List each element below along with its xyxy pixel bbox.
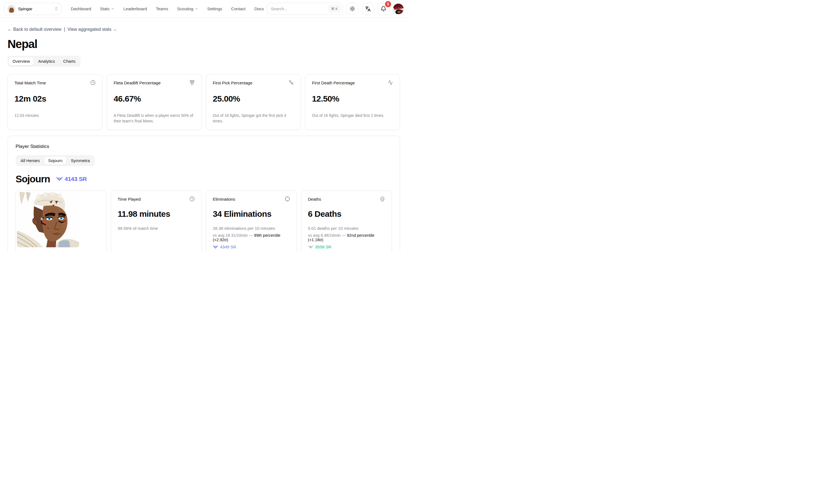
bell-icon [381,6,386,12]
card-desc: 28.38 eliminations per 10 minutes [213,226,290,231]
hero-tab-symmetra[interactable]: Symmetra [67,156,94,165]
user-avatar-image [393,4,404,14]
time-played-card: Time Played 11.98 minutes 99.56% of matc… [111,190,202,252]
stat-card-grid: Total Match Time 12m 02s 12.03 minutes F… [7,74,400,130]
hero-tabs: All Heroes Sojourn Symmetra [16,155,95,166]
hero-card-grid: Time Played 11.98 minutes 99.56% of matc… [16,190,392,252]
card-value: 25.00% [213,94,294,104]
crosshair-icon [285,196,290,201]
card-title: Eliminations [213,197,235,201]
panel-title: Player Statistics [16,144,392,149]
top-navbar: Spingar Dashboard Stats Leaderboard Team… [0,0,408,18]
card-title: Fleta Deadlift Percentage [114,80,160,85]
sr-value: 4349 SR [220,245,236,249]
skull-icon [380,196,385,201]
sojourn-portrait [17,192,79,247]
card-value: 11.98 minutes [118,209,195,219]
percentile-line: vs avg 6.48/10min — 92nd percentile (+1.… [308,233,385,242]
deaths-card: Deaths 6 Deaths 5.01 deaths per 10 minut… [301,190,392,252]
nav-contact[interactable]: Contact [231,6,246,11]
card-value: 12m 02s [14,94,95,104]
medal-icon [189,80,195,85]
search-input[interactable] [271,6,329,11]
sojourn-mini-avatar-icon [7,5,15,13]
percentile-line: vs avg 18.31/10min — 99th percentile (+2… [213,233,290,242]
hero-sr: 4143 SR [56,176,87,182]
user-avatar[interactable] [393,4,404,14]
total-match-time-card: Total Match Time 12m 02s 12.03 minutes [7,74,102,130]
card-title: Deaths [308,197,321,201]
chevrons-up-down-icon [54,7,58,11]
page-title: Nepal [7,37,400,51]
hero-portrait-card [16,190,107,252]
nav-dashboard[interactable]: Dashboard [71,6,91,11]
hero-sr-value: 4143 SR [65,176,87,182]
team-switcher[interactable]: Spingar [4,3,62,15]
nav-teams[interactable]: Teams [156,6,168,11]
language-button[interactable] [362,3,374,15]
card-title: First Death Percentage [312,80,355,85]
card-desc: 5.01 deaths per 10 minutes [308,226,385,231]
breadcrumb-forward-link[interactable]: View aggregated stats → [67,27,117,32]
page-tabs: Overview Analytics Charts [7,56,80,67]
languages-icon [365,6,371,12]
search-shortcut-kbd: ⌘ K [329,5,340,12]
card-value: 34 Eliminations [213,209,290,219]
team-switcher-label: Spingar [18,6,32,11]
card-desc: 99.56% of match time [118,226,195,231]
fleta-deadlift-card: Fleta Deadlift Percentage 46.67% A Fleta… [107,74,202,130]
hero-tab-sojourn[interactable]: Sojourn [44,156,66,165]
card-title: Total Match Time [14,80,46,85]
search-box: ⌘ K [267,3,343,15]
notification-badge: 5 [385,1,391,7]
nav-scouting[interactable]: Scouting [177,6,198,11]
card-desc: Out of 16 fights, Spingar got the first … [213,113,294,124]
activity-icon [388,80,393,85]
breadcrumb-separator: | [64,27,65,32]
first-death-card: First Death Percentage 12.50% Out of 16 … [305,74,400,130]
tab-charts[interactable]: Charts [59,57,79,65]
breadcrumb: ← Back to default overview | View aggreg… [7,27,400,32]
card-desc: 12.03 minutes [14,113,95,118]
rank-badge-icon [56,176,63,182]
card-value: 12.50% [312,94,393,104]
sword-icon [289,80,294,85]
hero-tab-all-heroes[interactable]: All Heroes [17,156,44,165]
sr-value: 3558 SR [315,245,331,249]
nav-docs[interactable]: Docs [255,6,264,11]
team-avatar [7,5,15,13]
player-statistics-panel: Player Statistics All Heroes Sojourn Sym… [7,136,400,252]
card-desc: Out of 16 fights, Spingar died first 2 t… [312,113,393,118]
tab-analytics[interactable]: Analytics [34,57,59,65]
card-value: 46.67% [114,94,195,104]
sojourn-portrait-image [17,192,79,247]
chevron-down-icon [111,7,114,11]
breadcrumb-back-link[interactable]: ← Back to default overview [7,27,61,32]
card-title: Time Played [118,197,141,201]
nav-stats[interactable]: Stats [100,6,114,11]
sr-line: 3558 SR [308,245,385,249]
hero-header: Sojourn 4143 SR [16,173,392,185]
chevron-down-icon [195,7,198,11]
nav-leaderboard[interactable]: Leaderboard [123,6,147,11]
rank-badge-icon [213,245,218,249]
header-actions: ⌘ K 5 [267,3,404,15]
sun-icon [349,6,355,12]
hero-name: Sojourn [16,173,50,185]
tab-overview[interactable]: Overview [9,57,34,65]
main-nav: Dashboard Stats Leaderboard Teams Scouti… [71,6,264,11]
nav-settings[interactable]: Settings [207,6,222,11]
theme-toggle-button[interactable] [346,3,358,15]
rank-badge-icon [308,245,313,249]
card-desc: A Fleta Deadlift is when a player earns … [114,113,195,124]
clock-icon [90,80,95,85]
sr-line: 4349 SR [213,245,290,249]
eliminations-card: Eliminations 34 Eliminations 28.38 elimi… [206,190,297,252]
card-title: First Pick Percentage [213,80,253,85]
card-value: 6 Deaths [308,209,385,219]
first-pick-card: First Pick Percentage 25.00% Out of 16 f… [206,74,301,130]
main-content: ← Back to default overview | View aggreg… [0,27,408,252]
notifications-button[interactable]: 5 [378,3,389,15]
clock-icon [189,196,195,201]
